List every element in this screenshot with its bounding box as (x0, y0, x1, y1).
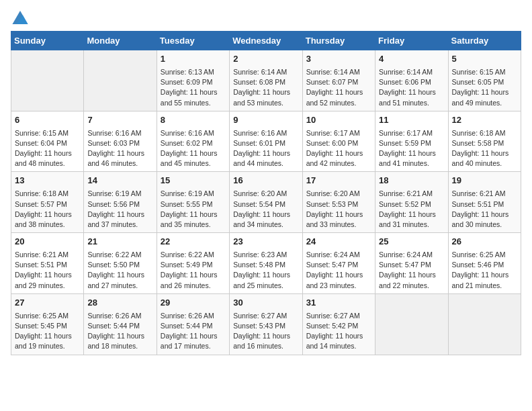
calendar-cell: 20Sunrise: 6:21 AMSunset: 5:51 PMDayligh… (11, 233, 84, 294)
page-header (11, 11, 521, 24)
day-number: 25 (379, 236, 444, 248)
cell-sun-info: Sunrise: 6:14 AMSunset: 6:07 PMDaylight:… (306, 67, 371, 108)
calendar-cell: 17Sunrise: 6:20 AMSunset: 5:53 PMDayligh… (302, 172, 375, 233)
cell-sun-info: Sunrise: 6:17 AMSunset: 5:59 PMDaylight:… (379, 128, 444, 169)
day-number: 6 (15, 114, 80, 127)
calendar-cell: 28Sunrise: 6:26 AMSunset: 5:44 PMDayligh… (84, 293, 157, 355)
calendar-cell: 7Sunrise: 6:16 AMSunset: 6:03 PMDaylight… (84, 111, 157, 172)
calendar-week-row: 6Sunrise: 6:15 AMSunset: 6:04 PMDaylight… (11, 111, 521, 172)
calendar-cell: 24Sunrise: 6:24 AMSunset: 5:47 PMDayligh… (302, 233, 375, 294)
calendar-cell: 26Sunrise: 6:25 AMSunset: 5:46 PMDayligh… (448, 233, 521, 294)
calendar-cell (11, 50, 84, 111)
day-number: 29 (161, 297, 226, 310)
logo (11, 11, 28, 24)
cell-sun-info: Sunrise: 6:24 AMSunset: 5:47 PMDaylight:… (379, 250, 444, 291)
calendar-cell (84, 50, 157, 111)
cell-sun-info: Sunrise: 6:20 AMSunset: 5:54 PMDaylight:… (233, 189, 298, 230)
day-number: 19 (452, 175, 517, 187)
cell-sun-info: Sunrise: 6:16 AMSunset: 6:03 PMDaylight:… (87, 128, 152, 169)
day-number: 14 (87, 175, 152, 187)
calendar-table: SundayMondayTuesdayWednesdayThursdayFrid… (11, 31, 521, 355)
day-number: 5 (452, 53, 517, 66)
calendar-cell: 4Sunrise: 6:14 AMSunset: 6:06 PMDaylight… (375, 50, 448, 111)
day-number: 10 (306, 114, 371, 127)
day-number: 18 (379, 175, 444, 187)
day-number: 21 (87, 236, 152, 248)
cell-sun-info: Sunrise: 6:21 AMSunset: 5:52 PMDaylight:… (379, 189, 444, 230)
day-number: 28 (87, 297, 152, 310)
calendar-cell: 6Sunrise: 6:15 AMSunset: 6:04 PMDaylight… (11, 111, 84, 172)
calendar-cell: 23Sunrise: 6:23 AMSunset: 5:48 PMDayligh… (230, 233, 302, 294)
day-number: 7 (87, 114, 152, 127)
day-number: 30 (233, 297, 298, 310)
calendar-cell: 31Sunrise: 6:27 AMSunset: 5:42 PMDayligh… (302, 293, 375, 355)
day-number: 23 (233, 236, 298, 248)
calendar-cell (375, 293, 448, 355)
column-header-monday: Monday (84, 32, 157, 50)
column-header-thursday: Thursday (302, 32, 375, 50)
cell-sun-info: Sunrise: 6:22 AMSunset: 5:49 PMDaylight:… (161, 250, 226, 291)
calendar-cell: 30Sunrise: 6:27 AMSunset: 5:43 PMDayligh… (230, 293, 302, 355)
cell-sun-info: Sunrise: 6:25 AMSunset: 5:45 PMDaylight:… (15, 311, 80, 352)
cell-sun-info: Sunrise: 6:15 AMSunset: 6:04 PMDaylight:… (15, 128, 80, 169)
calendar-cell: 11Sunrise: 6:17 AMSunset: 5:59 PMDayligh… (375, 111, 448, 172)
calendar-cell: 1Sunrise: 6:13 AMSunset: 6:09 PMDaylight… (157, 50, 229, 111)
calendar-week-row: 20Sunrise: 6:21 AMSunset: 5:51 PMDayligh… (11, 233, 521, 294)
cell-sun-info: Sunrise: 6:19 AMSunset: 5:55 PMDaylight:… (161, 189, 226, 230)
column-header-sunday: Sunday (11, 32, 84, 50)
day-number: 16 (233, 175, 298, 187)
cell-sun-info: Sunrise: 6:17 AMSunset: 6:00 PMDaylight:… (306, 128, 371, 169)
cell-sun-info: Sunrise: 6:16 AMSunset: 6:02 PMDaylight:… (161, 128, 226, 169)
cell-sun-info: Sunrise: 6:23 AMSunset: 5:48 PMDaylight:… (233, 250, 298, 291)
calendar-week-row: 1Sunrise: 6:13 AMSunset: 6:09 PMDaylight… (11, 50, 521, 111)
calendar-cell: 29Sunrise: 6:26 AMSunset: 5:44 PMDayligh… (157, 293, 229, 355)
cell-sun-info: Sunrise: 6:27 AMSunset: 5:42 PMDaylight:… (306, 311, 371, 352)
calendar-cell: 16Sunrise: 6:20 AMSunset: 5:54 PMDayligh… (230, 172, 302, 233)
day-number: 22 (161, 236, 226, 248)
column-header-wednesday: Wednesday (230, 32, 302, 50)
calendar-cell: 18Sunrise: 6:21 AMSunset: 5:52 PMDayligh… (375, 172, 448, 233)
day-number: 3 (306, 53, 371, 66)
calendar-cell: 12Sunrise: 6:18 AMSunset: 5:58 PMDayligh… (448, 111, 521, 172)
cell-sun-info: Sunrise: 6:22 AMSunset: 5:50 PMDaylight:… (87, 250, 152, 291)
calendar-cell: 8Sunrise: 6:16 AMSunset: 6:02 PMDaylight… (157, 111, 229, 172)
calendar-cell: 5Sunrise: 6:15 AMSunset: 6:05 PMDaylight… (448, 50, 521, 111)
cell-sun-info: Sunrise: 6:21 AMSunset: 5:51 PMDaylight:… (15, 250, 80, 291)
cell-sun-info: Sunrise: 6:19 AMSunset: 5:56 PMDaylight:… (87, 189, 152, 230)
day-number: 27 (15, 297, 80, 310)
cell-sun-info: Sunrise: 6:18 AMSunset: 5:57 PMDaylight:… (15, 189, 80, 230)
calendar-cell (448, 293, 521, 355)
day-number: 15 (161, 175, 226, 187)
day-number: 12 (452, 114, 517, 127)
day-number: 2 (233, 53, 298, 66)
day-number: 13 (15, 175, 80, 187)
calendar-cell: 25Sunrise: 6:24 AMSunset: 5:47 PMDayligh… (375, 233, 448, 294)
column-header-tuesday: Tuesday (157, 32, 229, 50)
cell-sun-info: Sunrise: 6:16 AMSunset: 6:01 PMDaylight:… (233, 128, 298, 169)
column-header-friday: Friday (375, 32, 448, 50)
calendar-cell: 3Sunrise: 6:14 AMSunset: 6:07 PMDaylight… (302, 50, 375, 111)
cell-sun-info: Sunrise: 6:13 AMSunset: 6:09 PMDaylight:… (161, 67, 226, 108)
calendar-cell: 15Sunrise: 6:19 AMSunset: 5:55 PMDayligh… (157, 172, 229, 233)
calendar-cell: 14Sunrise: 6:19 AMSunset: 5:56 PMDayligh… (84, 172, 157, 233)
calendar-cell: 10Sunrise: 6:17 AMSunset: 6:00 PMDayligh… (302, 111, 375, 172)
cell-sun-info: Sunrise: 6:26 AMSunset: 5:44 PMDaylight:… (87, 311, 152, 352)
day-number: 17 (306, 175, 371, 187)
cell-sun-info: Sunrise: 6:14 AMSunset: 6:06 PMDaylight:… (379, 67, 444, 108)
cell-sun-info: Sunrise: 6:18 AMSunset: 5:58 PMDaylight:… (452, 128, 517, 169)
day-number: 11 (379, 114, 444, 127)
calendar-cell: 2Sunrise: 6:14 AMSunset: 6:08 PMDaylight… (230, 50, 302, 111)
cell-sun-info: Sunrise: 6:15 AMSunset: 6:05 PMDaylight:… (452, 67, 517, 108)
column-header-saturday: Saturday (448, 32, 521, 50)
cell-sun-info: Sunrise: 6:27 AMSunset: 5:43 PMDaylight:… (233, 311, 298, 352)
day-number: 26 (452, 236, 517, 248)
cell-sun-info: Sunrise: 6:24 AMSunset: 5:47 PMDaylight:… (306, 250, 371, 291)
calendar-cell: 21Sunrise: 6:22 AMSunset: 5:50 PMDayligh… (84, 233, 157, 294)
day-number: 24 (306, 236, 371, 248)
day-number: 9 (233, 114, 298, 127)
calendar-cell: 9Sunrise: 6:16 AMSunset: 6:01 PMDaylight… (230, 111, 302, 172)
cell-sun-info: Sunrise: 6:14 AMSunset: 6:08 PMDaylight:… (233, 67, 298, 108)
day-number: 8 (161, 114, 226, 127)
calendar-cell: 13Sunrise: 6:18 AMSunset: 5:57 PMDayligh… (11, 172, 84, 233)
calendar-week-row: 27Sunrise: 6:25 AMSunset: 5:45 PMDayligh… (11, 293, 521, 355)
